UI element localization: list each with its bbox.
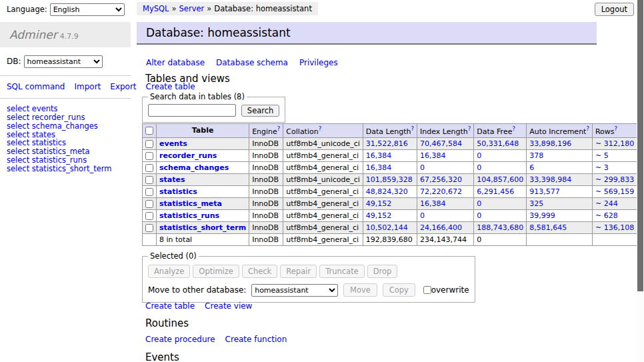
index-length-link[interactable]: 0 xyxy=(420,163,425,172)
rows-count-link[interactable]: ~ 299,833 xyxy=(595,175,634,184)
logout-button[interactable]: Logout xyxy=(595,3,634,16)
overwrite-checkbox[interactable] xyxy=(423,286,431,294)
data-length-link[interactable]: 49,152 xyxy=(366,199,392,208)
drop-button[interactable]: Drop xyxy=(367,265,398,278)
table-name-link[interactable]: statistics_short_term xyxy=(159,223,246,232)
adminer-logo[interactable]: Adminer4.7.9 xyxy=(0,22,131,47)
data-free-link[interactable]: 104,857,600 xyxy=(477,175,523,184)
scrollbar-thumb[interactable] xyxy=(637,0,643,291)
sidebar-action-sql-command[interactable]: SQL command xyxy=(7,82,65,91)
data-length-link[interactable]: 49,152 xyxy=(366,211,392,220)
column-help-link[interactable]: ? xyxy=(512,125,515,132)
data-length-link[interactable]: 48,824,320 xyxy=(366,187,408,196)
repair-button[interactable]: Repair xyxy=(280,265,317,278)
select-all-checkbox[interactable] xyxy=(145,127,153,135)
nav-link-alter-database[interactable]: Alter database xyxy=(146,58,205,67)
nav-link-privileges[interactable]: Privileges xyxy=(299,58,338,67)
create-table-link[interactable]: Create table xyxy=(145,301,195,311)
breadcrumb-server-link[interactable]: Server xyxy=(179,4,205,13)
row-checkbox[interactable] xyxy=(145,176,153,184)
auto-increment-link[interactable]: 378 xyxy=(529,151,543,160)
search-button[interactable]: Search xyxy=(241,105,280,117)
row-checkbox[interactable] xyxy=(145,140,153,148)
index-length-link[interactable]: 0 xyxy=(420,211,425,220)
data-free-link[interactable]: 50,331,648 xyxy=(477,139,519,148)
data-free-link[interactable]: 0 xyxy=(477,199,481,208)
data-free-link[interactable]: 0 xyxy=(477,163,481,172)
row-checkbox[interactable] xyxy=(145,164,153,172)
auto-increment-link[interactable]: 33,898,196 xyxy=(529,139,571,148)
data-length-link[interactable]: 101,859,328 xyxy=(366,175,413,184)
data-length-link[interactable]: 16,384 xyxy=(366,151,392,160)
rows-count-link[interactable]: ~ 136,108 xyxy=(595,223,634,232)
optimize-button[interactable]: Optimize xyxy=(193,265,239,278)
index-length-link[interactable]: 16,384 xyxy=(420,151,446,160)
row-checkbox[interactable] xyxy=(145,200,153,208)
row-checkbox[interactable] xyxy=(145,152,153,160)
analyze-button[interactable]: Analyze xyxy=(148,265,190,278)
truncate-button[interactable]: Truncate xyxy=(319,265,365,278)
sidebar-select-recorder_runs[interactable]: select recorder_runs xyxy=(7,113,124,122)
table-name-link[interactable]: statistics_meta xyxy=(159,199,222,208)
column-help-link[interactable]: ? xyxy=(468,125,471,132)
rows-count-link[interactable]: ~ 5 xyxy=(595,151,609,160)
auto-increment-link[interactable]: 8,581,645 xyxy=(529,223,567,232)
table-name-link[interactable]: statistics xyxy=(159,187,197,196)
create-view-link[interactable]: Create view xyxy=(205,301,252,311)
rows-count-link[interactable]: ~ 244 xyxy=(595,199,618,208)
create-procedure-link[interactable]: Create procedure xyxy=(145,335,215,344)
column-help-link[interactable]: ? xyxy=(586,125,589,132)
sidebar-select-schema_changes[interactable]: select schema_changes xyxy=(7,122,124,131)
engine-cell: InnoDB xyxy=(249,209,283,221)
table-row: statistics_metaInnoDButf8mb4_general_ci4… xyxy=(143,197,644,209)
data-length-link[interactable]: 16,384 xyxy=(366,163,392,172)
data-length-link[interactable]: 10,502,144 xyxy=(366,223,408,232)
data-free-link[interactable]: 0 xyxy=(477,211,481,220)
row-checkbox[interactable] xyxy=(145,188,153,196)
data-length-link[interactable]: 31,522,816 xyxy=(366,139,408,148)
auto-increment-link[interactable]: 33,398,984 xyxy=(529,175,571,184)
data-free-link[interactable]: 0 xyxy=(477,151,481,160)
rows-count-link[interactable]: ~ 569,159 xyxy=(595,187,634,196)
sidebar-select-statistics_runs[interactable]: select statistics_runs xyxy=(7,156,124,165)
db-select[interactable]: homeassistant xyxy=(24,55,103,68)
table-name-link[interactable]: recorder_runs xyxy=(159,151,217,160)
column-help-link[interactable]: ? xyxy=(615,125,618,132)
row-checkbox[interactable] xyxy=(145,212,153,220)
data-free-link[interactable]: 188,743,680 xyxy=(477,223,523,232)
index-length-link[interactable]: 24,166,400 xyxy=(420,223,462,232)
sidebar-select-statistics_short_term[interactable]: select statistics_short_term xyxy=(7,165,124,173)
index-length-link[interactable]: 16,384 xyxy=(420,199,446,208)
rows-count-link[interactable]: ~ 628 xyxy=(595,211,618,220)
index-length-link[interactable]: 67,256,320 xyxy=(420,175,462,184)
move-db-select[interactable]: homeassistant xyxy=(251,284,338,297)
auto-increment-link[interactable]: 325 xyxy=(529,199,543,208)
auto-increment-link[interactable]: 39,999 xyxy=(529,211,555,220)
index-length-link[interactable]: 70,467,584 xyxy=(420,139,462,148)
language-select[interactable]: English xyxy=(50,3,125,16)
rows-count-link[interactable]: ~ 312,180 xyxy=(595,139,634,148)
data-free-link[interactable]: 6,291,456 xyxy=(477,187,514,196)
rows-count-link[interactable]: ~ 3 xyxy=(595,163,609,172)
check-button[interactable]: Check xyxy=(242,265,277,278)
index-length-link[interactable]: 72,220,672 xyxy=(420,187,462,196)
row-checkbox[interactable] xyxy=(145,224,153,232)
move-button[interactable]: Move xyxy=(343,283,377,297)
column-help-link[interactable]: ? xyxy=(319,125,322,132)
sidebar-action-export[interactable]: Export xyxy=(110,82,136,91)
table-name-link[interactable]: events xyxy=(159,139,187,148)
sidebar-action-import[interactable]: Import xyxy=(74,82,101,91)
create-function-link[interactable]: Create function xyxy=(225,335,287,344)
breadcrumb-mysql-link[interactable]: MySQL xyxy=(143,4,169,13)
table-name-link[interactable]: schema_changes xyxy=(159,163,229,172)
column-help-link[interactable]: ? xyxy=(277,125,281,132)
nav-link-database-schema[interactable]: Database schema xyxy=(216,58,288,67)
table-name-link[interactable]: states xyxy=(159,175,185,184)
auto-increment-link[interactable]: 6 xyxy=(529,163,534,172)
table-name-link[interactable]: statistics_runs xyxy=(159,211,219,220)
copy-button[interactable]: Copy xyxy=(383,283,415,297)
auto-increment-link[interactable]: 913,577 xyxy=(529,187,560,196)
search-input[interactable] xyxy=(148,104,236,117)
vertical-scrollbar[interactable] xyxy=(637,0,644,362)
column-help-link[interactable]: ? xyxy=(411,125,415,132)
